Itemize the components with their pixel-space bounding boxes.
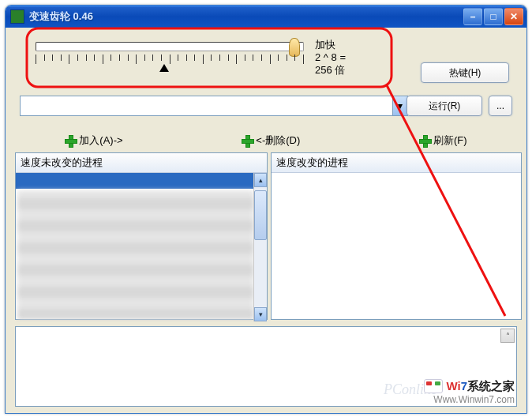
chevron-down-icon: ▾ <box>398 100 403 111</box>
blurred-content <box>17 190 254 320</box>
window-title: 变速齿轮 0.46 <box>29 9 462 24</box>
unchanged-panel-title: 速度未改变的进程 <box>16 153 267 173</box>
action-row: 加入(A)-> <-删除(D) 刷新(F) <box>6 130 526 151</box>
log-scroll-up[interactable]: ˄ <box>500 329 515 343</box>
add-action[interactable]: 加入(A)-> <box>65 133 122 148</box>
brand-part-c: 系统之家 <box>467 379 515 393</box>
site-watermark: Wi7系统之家 Www.Winwin7.com <box>424 379 515 406</box>
speed-slider-group <box>36 42 304 66</box>
speed-result: 256 倍 <box>315 64 346 77</box>
title-bar[interactable]: 变速齿轮 0.46 – □ ✕ <box>6 6 526 28</box>
hotkey-button[interactable]: 热键(H) <box>421 62 509 83</box>
scroll-thumb[interactable] <box>254 190 267 240</box>
remove-action[interactable]: <-删除(D) <box>242 133 300 148</box>
speed-label-fast: 加快 <box>315 39 346 51</box>
scroll-down-button[interactable]: ▾ <box>254 307 267 321</box>
brand-part-b: 7 <box>461 379 467 393</box>
speed-formula: 2 ^ 8 = <box>315 51 346 64</box>
speed-readout: 加快 2 ^ 8 = 256 倍 <box>315 39 346 77</box>
add-label: 加入(A)-> <box>79 133 122 148</box>
app-window: 变速齿轮 0.46 – □ ✕ 加快 2 ^ 8 <box>5 5 527 414</box>
changed-panel-title: 速度改变的进程 <box>272 153 521 173</box>
plus-icon <box>419 135 430 146</box>
scroll-up-button[interactable]: ▴ <box>254 173 267 187</box>
app-icon <box>10 9 24 24</box>
unchanged-list[interactable]: ▴ ▾ <box>16 173 267 321</box>
minimize-button[interactable]: – <box>463 8 482 25</box>
unchanged-processes-panel: 速度未改变的进程 ▴ ▾ <box>15 152 268 320</box>
maximize-button[interactable]: □ <box>484 8 503 25</box>
refresh-label: 刷新(F) <box>433 133 467 148</box>
speed-slider[interactable] <box>36 42 304 51</box>
flag-icon <box>424 379 443 393</box>
brand-part-a: Wi <box>446 379 460 393</box>
changed-processes-panel: 速度改变的进程 <box>271 152 522 320</box>
close-button[interactable]: ✕ <box>504 8 523 25</box>
run-button[interactable]: 运行(R) <box>406 96 482 116</box>
scroll-track[interactable] <box>254 187 267 307</box>
plus-icon <box>65 135 76 146</box>
vertical-scrollbar[interactable]: ▴ ▾ <box>253 173 267 321</box>
slider-center-marker <box>159 64 169 72</box>
slider-ticks <box>36 54 304 66</box>
remove-label: <-删除(D) <box>256 133 300 148</box>
refresh-action[interactable]: 刷新(F) <box>419 133 467 148</box>
list-selected-row[interactable] <box>16 173 267 189</box>
combobox-dropdown-button[interactable]: ▾ <box>392 96 407 115</box>
path-combobox[interactable]: ▾ <box>20 96 408 116</box>
client-area: 加快 2 ^ 8 = 256 倍 热键(H) ▾ 运行(R) ... 加入(A)… <box>6 28 526 413</box>
browse-button[interactable]: ... <box>489 96 512 116</box>
plus-icon <box>242 135 253 146</box>
path-input[interactable] <box>21 96 392 115</box>
brand-url: Www.Winwin7.com <box>424 393 515 406</box>
